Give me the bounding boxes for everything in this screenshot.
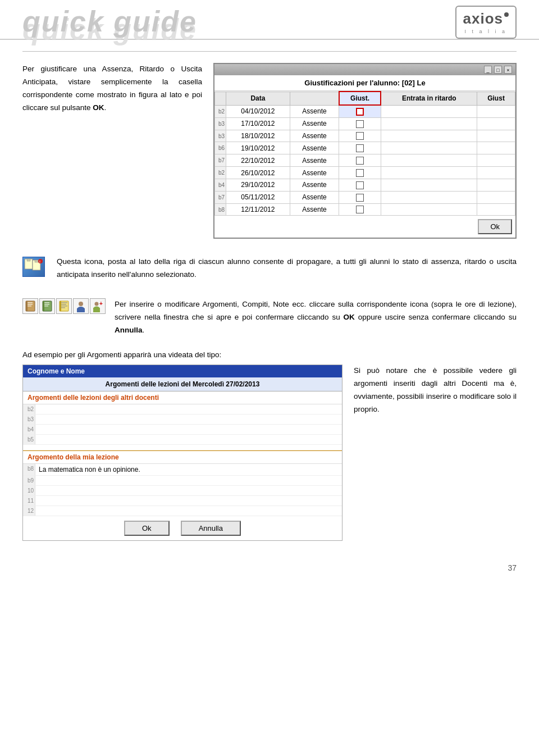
arg-section-header1: Argomenti delle lezioni degli altri doce…: [23, 391, 342, 404]
close-btn[interactable]: ×: [504, 66, 512, 74]
page-number: 37: [0, 558, 539, 578]
my-lesson-content[interactable]: La matematica non è un opinione.: [35, 464, 342, 475]
checkbox-icon[interactable]: [356, 169, 364, 177]
arg-spacer: [23, 445, 342, 450]
row-giust2: [477, 105, 515, 117]
row-num: b4: [215, 179, 226, 191]
row-checkbox[interactable]: [339, 154, 381, 167]
window-title: Giustificazioni per l'alunno: [02] Le: [214, 75, 515, 91]
row-content: [35, 415, 342, 424]
checkbox-icon[interactable]: [356, 132, 364, 140]
minimize-btn[interactable]: _: [484, 66, 492, 74]
checkbox-icon[interactable]: [356, 120, 364, 128]
table-row: b8 12/11/2012 Assente: [215, 203, 515, 216]
arg-buttons: Ok Annulla: [23, 516, 342, 540]
axios-subtitle: I t a l i a: [464, 29, 507, 34]
section3-middle: oppure uscire senza confermare cliccando…: [355, 313, 517, 321]
row-date: 17/10/2012: [226, 117, 290, 130]
axios-logo: axios I t a l i a: [455, 6, 517, 39]
row-entrata: [381, 179, 477, 191]
row-giust2: [477, 167, 515, 179]
table-row: b3 18/10/2012 Assente: [215, 130, 515, 142]
table-row: b6 19/10/2012 Assente: [215, 142, 515, 154]
window-titlebar: _ □ ×: [214, 64, 515, 75]
row-num: b9: [23, 476, 35, 485]
row-giust2: [477, 203, 515, 216]
row-status: Assente: [290, 203, 339, 216]
row-num: b8: [23, 464, 35, 475]
table-row: b4 29/10/2012 Assente: [215, 179, 515, 191]
svg-text:+: +: [99, 300, 103, 307]
svg-rect-15: [43, 301, 44, 311]
row-date: 19/10/2012: [226, 142, 290, 154]
row-num: 11: [23, 496, 35, 505]
arg-ok-button[interactable]: Ok: [124, 521, 170, 536]
row-content: [35, 496, 342, 505]
row-entrata: [381, 203, 477, 216]
book-icon-1: [24, 300, 36, 312]
svg-rect-14: [44, 306, 48, 307]
row-status: Assente: [290, 154, 339, 167]
table-row: b2 26/10/2012 Assente: [215, 167, 515, 179]
row-checkbox[interactable]: [339, 117, 381, 130]
row-entrata: [381, 142, 477, 154]
checkbox-icon[interactable]: [356, 157, 364, 165]
row-num: b2: [23, 404, 35, 414]
row-num: 10: [23, 486, 35, 495]
col-entrata: Entrata in ritardo: [381, 92, 477, 105]
row-entrata: [381, 191, 477, 203]
row-content: [35, 506, 342, 516]
pencil-icon: [58, 300, 70, 312]
propagate-icon: !: [22, 257, 45, 277]
arg-row: b4: [23, 425, 342, 435]
row-entrata: [381, 154, 477, 167]
row-checkbox[interactable]: [339, 142, 381, 154]
row-checkbox[interactable]: [339, 105, 381, 117]
row-checkbox[interactable]: [339, 179, 381, 191]
propagate-svg: !: [24, 258, 44, 276]
row-checkbox[interactable]: [339, 167, 381, 179]
row-date: 05/11/2012: [226, 191, 290, 203]
icon-book2: [39, 298, 55, 314]
row-num: b3: [23, 415, 35, 424]
checkbox-icon[interactable]: [356, 194, 364, 202]
row-giust2: [477, 179, 515, 191]
page-header: quick guide quick guide axios I t a l i …: [0, 0, 539, 40]
col-giust2: Giust: [477, 92, 515, 105]
maximize-btn[interactable]: □: [494, 66, 502, 74]
axios-logo-top: axios: [463, 10, 509, 28]
svg-rect-18: [61, 304, 66, 305]
row-content: [35, 486, 342, 495]
row-status: Assente: [290, 117, 339, 130]
section3-annulla: Annulla: [115, 326, 143, 334]
icon-person1: [73, 298, 89, 314]
row-checkbox[interactable]: [339, 191, 381, 203]
checkbox-icon[interactable]: [356, 108, 364, 116]
ok-button[interactable]: Ok: [478, 219, 512, 234]
svg-rect-10: [26, 301, 28, 311]
row-checkbox[interactable]: [339, 130, 381, 142]
row-checkbox[interactable]: [339, 203, 381, 216]
section-giustificazioni: Per giustificare una Assenza, Ritardo o …: [22, 63, 517, 239]
svg-rect-17: [61, 302, 67, 303]
svg-rect-19: [61, 306, 67, 307]
section2-text: Questa icona, posta al lato della riga d…: [57, 256, 517, 281]
icon-person2: +: [90, 298, 106, 314]
checkbox-icon[interactable]: [356, 206, 364, 213]
checkbox-icon[interactable]: [356, 144, 364, 152]
arg-annulla-button[interactable]: Annulla: [181, 521, 241, 536]
col-giust: Giust.: [339, 92, 381, 105]
row-content: [35, 425, 342, 434]
row-status: Assente: [290, 142, 339, 154]
table-row: b7 22/10/2012 Assente: [215, 154, 515, 167]
axios-dot: [504, 12, 509, 17]
svg-rect-12: [44, 302, 49, 303]
row-date: 04/10/2012: [226, 105, 290, 117]
row-entrata: [381, 167, 477, 179]
arg-row: b2: [23, 404, 342, 415]
svg-text:!: !: [39, 260, 40, 263]
row-date: 26/10/2012: [226, 167, 290, 179]
row-date: 18/10/2012: [226, 130, 290, 142]
checkbox-icon[interactable]: [356, 181, 364, 189]
row-status: Assente: [290, 167, 339, 179]
